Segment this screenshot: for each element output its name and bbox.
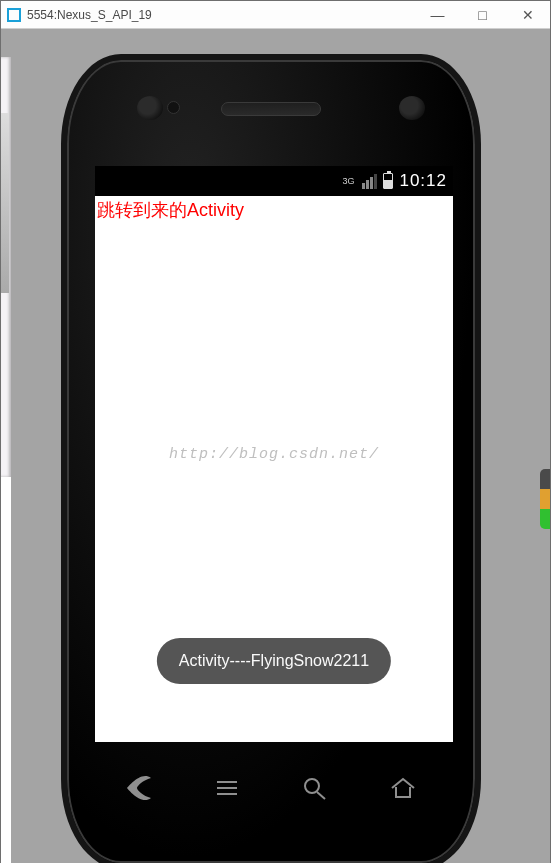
- device-screen[interactable]: 3G 10:12 跳转到来的Activity http://blog.csdn.…: [95, 166, 453, 742]
- device-frame: 3G 10:12 跳转到来的Activity http://blog.csdn.…: [61, 54, 481, 863]
- emulator-viewport: 3G 10:12 跳转到来的Activity http://blog.csdn.…: [1, 29, 550, 863]
- statusbar-time: 10:12: [399, 171, 447, 191]
- back-button[interactable]: [123, 774, 155, 806]
- android-statusbar: 3G 10:12: [95, 166, 453, 196]
- watermark-text: http://blog.csdn.net/: [169, 446, 379, 463]
- window-title: 5554:Nexus_S_API_19: [27, 8, 152, 22]
- sensor-left-icon: [137, 96, 163, 120]
- app-content: 跳转到来的Activity http://blog.csdn.net/ Acti…: [95, 196, 453, 742]
- speaker-grill-icon: [221, 102, 321, 116]
- network-3g-icon: 3G: [342, 176, 356, 186]
- svg-point-3: [305, 779, 319, 793]
- activity-heading: 跳转到来的Activity: [95, 196, 453, 222]
- toast-message: Activity----FlyingSnow2211: [157, 638, 391, 684]
- window-titlebar[interactable]: 5554:Nexus_S_API_19 — □ ✕: [1, 1, 550, 29]
- menu-button[interactable]: [211, 774, 243, 806]
- left-edge-strip: [1, 57, 11, 863]
- maximize-button[interactable]: □: [460, 1, 505, 28]
- scroll-indicator-icon: [540, 469, 550, 529]
- close-button[interactable]: ✕: [505, 1, 550, 28]
- emulator-window: 5554:Nexus_S_API_19 — □ ✕ 3G: [0, 0, 551, 863]
- hardware-nav-buttons: [95, 765, 447, 815]
- signal-bars-icon: [362, 174, 377, 189]
- camera-icon: [399, 96, 425, 120]
- battery-icon: [383, 173, 393, 189]
- svg-line-4: [317, 792, 325, 799]
- home-button[interactable]: [387, 774, 419, 806]
- emulator-icon: [7, 8, 21, 22]
- minimize-button[interactable]: —: [415, 1, 460, 28]
- search-button[interactable]: [299, 774, 331, 806]
- sensor-small-icon: [167, 101, 180, 114]
